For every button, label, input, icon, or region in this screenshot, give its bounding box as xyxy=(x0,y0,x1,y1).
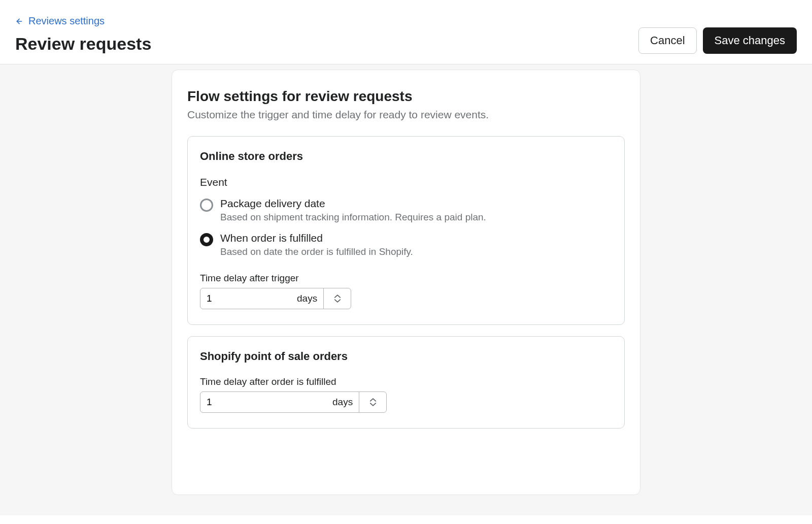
pos-delay-unit: days xyxy=(332,397,353,408)
online-delay-unit: days xyxy=(297,293,317,304)
chevron-down-icon xyxy=(334,299,341,303)
cancel-button[interactable]: Cancel xyxy=(638,27,696,54)
page-title: Review requests xyxy=(15,34,151,54)
radio-icon xyxy=(200,199,213,212)
online-delay-input[interactable] xyxy=(207,293,288,304)
radio-desc: Based on shipment tracking information. … xyxy=(220,212,486,223)
event-label: Event xyxy=(200,176,612,188)
breadcrumb-back[interactable]: Reviews settings xyxy=(15,15,151,27)
page-header: Reviews settings Review requests Cancel … xyxy=(0,0,812,64)
header-actions: Cancel Save changes xyxy=(638,27,797,54)
pos-delay-input[interactable] xyxy=(207,397,323,408)
pos-delay-stepper: days xyxy=(200,391,387,413)
settings-card: Flow settings for review requests Custom… xyxy=(172,70,640,495)
pos-orders-title: Shopify point of sale orders xyxy=(200,350,612,363)
chevron-up-icon xyxy=(334,294,341,299)
online-delay-spinner[interactable] xyxy=(323,288,351,309)
save-button[interactable]: Save changes xyxy=(703,27,797,54)
pos-delay-spinner[interactable] xyxy=(359,392,386,412)
card-subtitle: Customize the trigger and time delay for… xyxy=(187,109,625,121)
card-title: Flow settings for review requests xyxy=(187,88,625,105)
radio-package-delivery[interactable]: Package delivery date Based on shipment … xyxy=(200,198,612,223)
event-radio-group: Package delivery date Based on shipment … xyxy=(200,198,612,257)
breadcrumb-label: Reviews settings xyxy=(28,15,105,27)
radio-label: Package delivery date xyxy=(220,198,486,210)
content-area: Flow settings for review requests Custom… xyxy=(0,64,812,515)
radio-order-fulfilled[interactable]: When order is fulfilled Based on date th… xyxy=(200,232,612,257)
arrow-left-icon xyxy=(15,17,23,25)
pos-delay-label: Time delay after order is fulfilled xyxy=(200,376,612,387)
online-orders-panel: Online store orders Event Package delive… xyxy=(187,136,625,325)
online-delay-label: Time delay after trigger xyxy=(200,273,612,284)
online-delay-stepper: days xyxy=(200,288,351,309)
online-orders-title: Online store orders xyxy=(200,150,612,163)
chevron-down-icon xyxy=(369,402,377,407)
radio-desc: Based on date the order is fulfilled in … xyxy=(220,246,413,257)
chevron-up-icon xyxy=(369,398,377,402)
pos-orders-panel: Shopify point of sale orders Time delay … xyxy=(187,336,625,429)
radio-icon xyxy=(200,233,213,246)
radio-label: When order is fulfilled xyxy=(220,232,413,244)
